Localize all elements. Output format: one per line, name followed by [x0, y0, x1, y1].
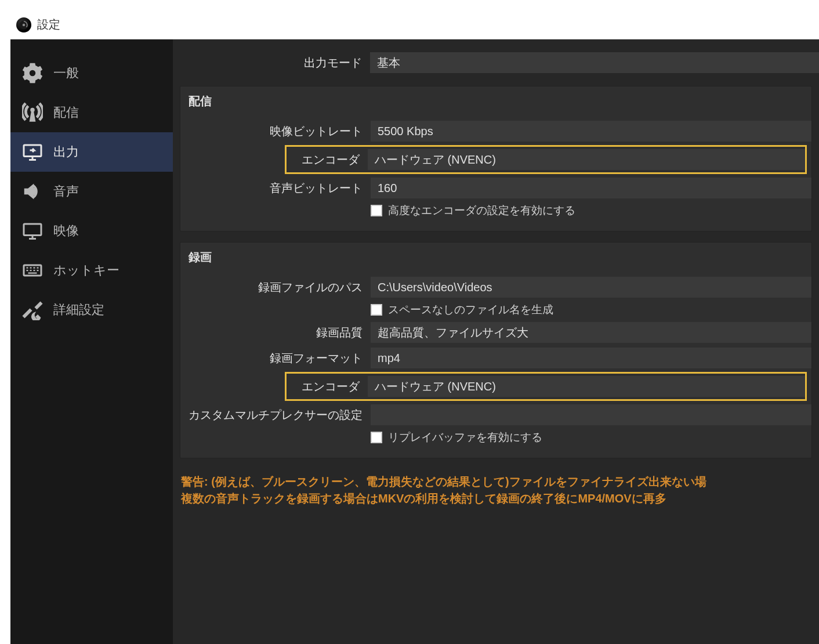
muxer-label: カスタムマルチプレクサーの設定	[180, 407, 371, 423]
record-quality-row: 録画品質 超高品質、ファイルサイズ大	[180, 320, 811, 345]
gear-icon	[21, 61, 44, 85]
audio-bitrate-label: 音声ビットレート	[180, 180, 371, 196]
warning-line1: 警告: (例えば、ブルースクリーン、電力損失などの結果として)ファイルをファイナ…	[181, 473, 817, 490]
settings-body: 一般 配信 出力 音声	[10, 39, 819, 644]
record-encoder-row: エンコーダ ハードウェア (NVENC)	[285, 372, 807, 401]
nospace-filename-label: スペースなしのファイル名を生成	[388, 302, 553, 317]
antenna-icon	[21, 101, 44, 124]
obs-logo-icon	[16, 17, 31, 32]
output-settings-panel: 出力モード 基本 配信 映像ビットレート 5500 Kbps エンコーダ ハード…	[173, 39, 819, 644]
sidebar-item-label: 出力	[53, 143, 79, 161]
audio-bitrate-select[interactable]: 160	[371, 178, 811, 198]
stream-encoder-label: エンコーダ	[287, 152, 368, 168]
record-quality-label: 録画品質	[180, 325, 371, 341]
sidebar-item-output[interactable]: 出力	[10, 132, 173, 172]
checkbox-icon[interactable]	[371, 432, 382, 443]
sidebar-item-audio[interactable]: 音声	[10, 172, 173, 211]
tools-icon	[21, 298, 44, 321]
svg-point-1	[23, 23, 26, 26]
output-mode-select[interactable]: 基本	[370, 52, 819, 73]
nospace-filename-row: スペースなしのファイル名を生成	[180, 300, 811, 320]
audio-bitrate-row: 音声ビットレート 160	[180, 175, 811, 201]
sidebar-item-general[interactable]: 一般	[10, 53, 173, 93]
video-bitrate-label: 映像ビットレート	[180, 124, 371, 139]
settings-sidebar: 一般 配信 出力 音声	[10, 39, 173, 644]
video-bitrate-row: 映像ビットレート 5500 Kbps	[180, 118, 811, 144]
advanced-encoder-checkbox-row[interactable]: 高度なエンコーダの設定を有効にする	[371, 203, 575, 218]
stream-encoder-select[interactable]: ハードウェア (NVENC)	[368, 149, 805, 170]
streaming-group: 配信 映像ビットレート 5500 Kbps エンコーダ ハードウェア (NVEN…	[180, 86, 812, 231]
sidebar-item-stream[interactable]: 配信	[10, 93, 173, 132]
sidebar-item-label: 音声	[53, 183, 79, 200]
checkbox-icon[interactable]	[371, 205, 382, 216]
record-format-row: 録画フォーマット mp4	[180, 345, 811, 371]
advanced-encoder-checkbox-label: 高度なエンコーダの設定を有効にする	[388, 203, 575, 218]
monitor-icon	[21, 219, 44, 243]
sidebar-item-label: 一般	[53, 64, 79, 82]
record-format-label: 録画フォーマット	[180, 350, 371, 366]
output-mode-label: 出力モード	[173, 55, 370, 71]
record-format-select[interactable]: mp4	[371, 348, 811, 368]
checkbox-icon[interactable]	[371, 304, 382, 316]
sidebar-item-hotkeys[interactable]: ホットキー	[10, 251, 173, 290]
keyboard-icon	[21, 259, 44, 282]
record-encoder-label: エンコーダ	[287, 379, 368, 395]
output-mode-row: 出力モード 基本	[173, 39, 819, 81]
titlebar: 設定	[10, 10, 819, 39]
nospace-filename-checkbox-row[interactable]: スペースなしのファイル名を生成	[371, 302, 553, 317]
speaker-icon	[21, 180, 44, 203]
svg-rect-3	[24, 224, 41, 236]
recording-group-title: 録画	[180, 243, 811, 274]
sidebar-item-label: 詳細設定	[53, 301, 104, 319]
sidebar-item-label: 配信	[53, 104, 79, 121]
settings-window: 設定 一般 配信 出力	[10, 10, 819, 644]
warning-line2: 複数の音声トラックを録画する場合はMKVの利用を検討して録画の終了後にMP4/M…	[181, 490, 817, 507]
format-warning: 警告: (例えば、ブルースクリーン、電力損失などの結果として)ファイルをファイナ…	[173, 469, 819, 507]
recording-group: 録画 録画ファイルのパス C:\Users\video\Videos スペースな…	[180, 242, 812, 458]
replay-buffer-row: リプレイバッファを有効にする	[180, 428, 811, 447]
record-path-label: 録画ファイルのパス	[180, 280, 371, 295]
replay-buffer-label: リプレイバッファを有効にする	[388, 430, 542, 445]
sidebar-item-advanced[interactable]: 詳細設定	[10, 290, 173, 330]
record-path-row: 録画ファイルのパス C:\Users\video\Videos	[180, 274, 811, 300]
window-title: 設定	[37, 17, 60, 32]
record-encoder-select[interactable]: ハードウェア (NVENC)	[368, 376, 805, 397]
record-quality-select[interactable]: 超高品質、ファイルサイズ大	[371, 322, 811, 343]
stream-encoder-row: エンコーダ ハードウェア (NVENC)	[285, 145, 807, 174]
replay-buffer-checkbox-row[interactable]: リプレイバッファを有効にする	[371, 430, 542, 445]
record-path-field[interactable]: C:\Users\video\Videos	[371, 277, 811, 298]
advanced-encoder-row: 高度なエンコーダの設定を有効にする	[180, 201, 811, 220]
muxer-row: カスタムマルチプレクサーの設定	[180, 402, 811, 428]
muxer-field[interactable]	[371, 404, 811, 425]
sidebar-item-label: 映像	[53, 222, 79, 240]
video-bitrate-field[interactable]: 5500 Kbps	[371, 121, 811, 142]
sidebar-item-label: ホットキー	[53, 262, 119, 279]
streaming-group-title: 配信	[180, 86, 811, 118]
sidebar-item-video[interactable]: 映像	[10, 211, 173, 251]
output-icon	[21, 140, 44, 164]
